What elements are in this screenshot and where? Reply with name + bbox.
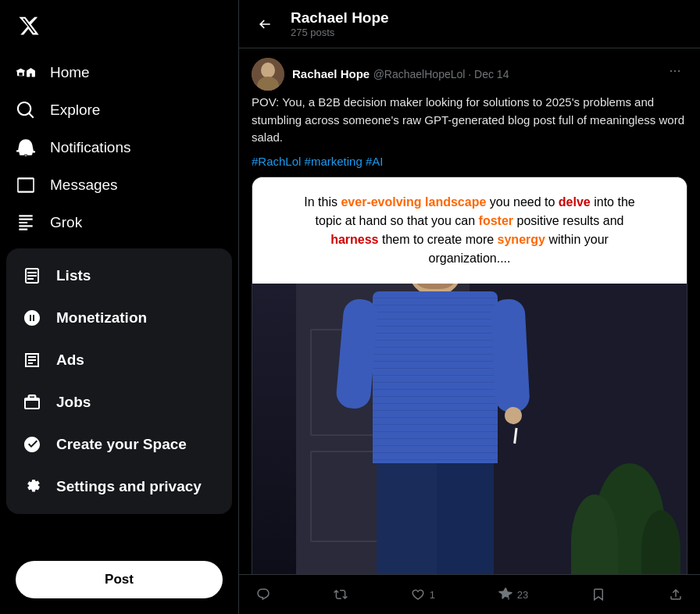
meme-text-p1: In this — [304, 195, 341, 209]
tweet-header: Rachael Hope @RachaelHopeLol · Dec 14 ··… — [252, 58, 688, 91]
monetize-icon — [22, 308, 42, 328]
profile-header-info: Rachael Hope 275 posts — [291, 9, 389, 38]
space-icon — [22, 434, 42, 455]
profile-name: Rachael Hope — [291, 9, 389, 27]
sidebar-item-home[interactable]: Home — [6, 55, 232, 91]
tweet-user-name: Rachael Hope — [292, 67, 370, 80]
sidebar-item-explore[interactable]: Explore — [6, 92, 232, 128]
main-content: Rachael Hope 275 posts — [238, 0, 700, 614]
profile-posts-count: 275 posts — [291, 27, 389, 38]
post-button-wrap: Post — [16, 561, 223, 598]
tweet-container: Rachael Hope @RachaelHopeLol · Dec 14 ··… — [239, 48, 700, 574]
sidebar-item-messages[interactable]: Messages — [6, 167, 232, 203]
sidebar-item-label-messages: Messages — [50, 177, 118, 194]
svg-point-1 — [261, 62, 275, 78]
meme-text-p2: you need to — [486, 195, 559, 209]
figure — [252, 284, 687, 575]
sidebar-item-ads[interactable]: Ads — [6, 339, 232, 381]
search-icon — [16, 100, 36, 120]
person-jeans — [377, 463, 494, 575]
sidebar-item-label-home: Home — [50, 64, 90, 81]
meme-text-area: In this ever-evolving landscape you need… — [252, 177, 687, 284]
sidebar-item-monetization[interactable]: Monetization — [6, 297, 232, 339]
hashtag-rachlol[interactable]: #RachLol — [252, 155, 305, 168]
profile-header: Rachael Hope 275 posts — [239, 0, 700, 48]
extended-menu: Lists Monetization Ads Jobs — [6, 248, 232, 514]
post-button[interactable]: Post — [16, 561, 223, 598]
bookmark-button[interactable] — [587, 583, 610, 606]
retweet-button[interactable] — [329, 583, 352, 606]
grok-icon — [16, 212, 36, 233]
meme-highlight-delve: delve — [559, 195, 591, 209]
sidebar-item-space[interactable]: Create your Space — [6, 423, 232, 466]
like-count: 1 — [430, 589, 435, 601]
list-icon — [22, 266, 42, 286]
sidebar-item-notifications[interactable]: Notifications — [6, 130, 232, 166]
bell-icon — [16, 137, 36, 158]
hashtag-marketing[interactable]: #marketing — [305, 155, 366, 168]
avatar — [252, 58, 284, 91]
jeans-right — [437, 463, 494, 575]
x-logo[interactable] — [12, 9, 45, 42]
sidebar-top — [0, 0, 238, 55]
ads-icon — [22, 350, 42, 370]
person-figure — [373, 284, 498, 575]
meme-highlight-synergy: synergy — [498, 233, 545, 246]
tweet-user-info: Rachael Hope @RachaelHopeLol · Dec 14 — [292, 67, 509, 81]
person-right-arm — [490, 298, 530, 412]
mail-icon — [16, 175, 36, 195]
sidebar: Home Explore Notifications Messages — [0, 0, 238, 614]
jobs-icon — [22, 392, 42, 412]
tweet-card: Rachael Hope @RachaelHopeLol · Dec 14 ··… — [239, 48, 700, 574]
sidebar-item-label-monetization: Monetization — [56, 309, 147, 327]
meme-text-p4: positive results and — [513, 214, 623, 227]
tweet-user: Rachael Hope @RachaelHopeLol · Dec 14 — [252, 58, 509, 91]
more-options-button[interactable]: ··· — [662, 58, 688, 83]
tweet-body-text: POV: You, a B2B decision maker looking f… — [252, 94, 688, 147]
analytics-count: 23 — [517, 589, 528, 601]
avatar-image — [252, 58, 284, 91]
home-icon — [16, 62, 36, 83]
like-button[interactable]: 1 — [406, 583, 440, 606]
comment-button[interactable] — [252, 583, 275, 606]
sidebar-item-label-explore: Explore — [50, 102, 100, 119]
sidebar-item-settings[interactable]: Settings and privacy — [6, 466, 232, 508]
tweet-actions: 1 23 — [239, 574, 700, 614]
tweet-date: Dec 14 — [474, 68, 509, 80]
tweet-user-handle: @RachaelHopeLol · Dec 14 — [373, 68, 509, 80]
analytics-button[interactable]: 23 — [494, 583, 533, 606]
jeans-left — [377, 463, 434, 575]
sidebar-item-label-notifications: Notifications — [50, 139, 131, 156]
person-hand — [504, 406, 522, 424]
meme-highlight-evolving: ever-evolving landscape — [341, 195, 486, 209]
sidebar-item-label-lists: Lists — [56, 267, 91, 284]
person-body — [373, 291, 498, 463]
sidebar-item-lists[interactable]: Lists — [6, 255, 232, 297]
sidebar-item-label-jobs: Jobs — [56, 394, 91, 411]
sidebar-item-grok[interactable]: Grok — [6, 205, 232, 241]
sidebar-item-label-ads: Ads — [56, 352, 84, 369]
share-button[interactable] — [664, 583, 688, 606]
sidebar-item-label-space: Create your Space — [56, 436, 187, 453]
main-nav: Home Explore Notifications Messages — [0, 55, 238, 242]
sidebar-item-label-settings: Settings and privacy — [56, 478, 202, 495]
meme-card: In this ever-evolving landscape you need… — [252, 177, 688, 575]
meme-highlight-foster: foster — [479, 214, 513, 227]
back-button[interactable] — [252, 11, 278, 37]
settings-icon — [22, 477, 42, 497]
meme-highlight-harness: harness — [330, 233, 378, 246]
sidebar-item-jobs[interactable]: Jobs — [6, 381, 232, 423]
sidebar-item-label-grok: Grok — [50, 214, 82, 231]
meme-image — [252, 284, 687, 575]
tweet-hashtags: #RachLol #marketing #AI — [252, 155, 688, 169]
hashtag-ai[interactable]: #AI — [366, 155, 384, 168]
meme-text-p5: them to create more — [379, 233, 498, 246]
